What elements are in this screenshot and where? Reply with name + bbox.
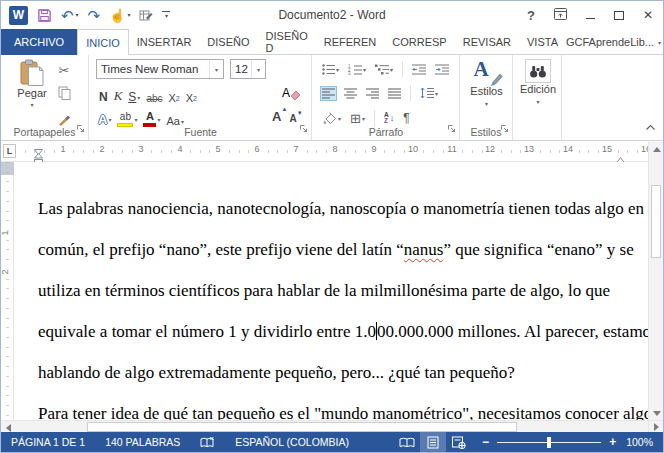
vertical-ruler[interactable]: 1 2 [1,162,14,420]
vertical-scrollbar[interactable] [648,142,663,420]
justify-button[interactable] [386,86,403,101]
maximize-button[interactable] [614,11,624,20]
font-color-button[interactable]: A ▾ [143,111,160,127]
zoom-in-button[interactable]: + [609,435,616,449]
print-layout-button[interactable] [420,432,446,452]
chevron-down-icon[interactable]: ▾ [134,116,137,123]
arrow-down-icon: ↓ [390,113,395,123]
ribbon-tab-row: ARCHIVO INICIO INSERTAR DISEÑO DISEÑO D … [1,29,663,55]
chevron-down-icon[interactable]: ▾ [390,66,393,73]
chevron-down-icon[interactable]: ▾ [435,90,438,97]
chevron-down-icon[interactable]: ▾ [336,66,339,73]
tab-correspondencia[interactable]: CORRESP [384,29,454,55]
scroll-down-button[interactable] [649,406,664,420]
chevron-down-icon[interactable]: ▾ [209,60,223,78]
dialog-launcher-fuente[interactable] [299,119,308,137]
window-controls: ? ✕ [527,1,653,29]
superscript-button[interactable]: X2 [186,92,197,104]
ribbon: Pegar ▾ ✂ Portapapeles [1,55,663,141]
tab-revisar[interactable]: REVISAR [455,29,519,55]
grow-font-button[interactable]: A▲ [272,109,281,124]
zoom-slider-thumb[interactable] [547,437,551,448]
chevron-down-icon[interactable]: ▾ [362,115,365,122]
shading-button[interactable]: ▾ [320,110,343,127]
undo-dropdown-icon[interactable]: ▾ [76,12,79,18]
tab-archivo[interactable]: ARCHIVO [1,29,77,55]
undo-button[interactable]: ↶▾ [61,8,79,23]
tab-diseno-d[interactable]: DISEÑO D [258,29,316,55]
chevron-down-icon[interactable]: ▾ [181,118,184,125]
shrink-font-button[interactable]: A▼ [289,113,296,124]
highlight-button[interactable]: ab ▾ [117,112,137,127]
chevron-down-icon[interactable]: ▾ [251,60,265,78]
ruler-strip[interactable]: 1 2 3 4 5 6 7 8 9 10 11 12 13 14 15 16 [15,141,649,162]
strikethrough-button[interactable]: abc [146,93,162,104]
editing-button[interactable]: Edición ▾ [516,59,560,121]
font-name-combo[interactable]: Times New Roman ▾ [96,59,224,79]
minimize-button[interactable] [586,18,595,19]
horizontal-ruler[interactable]: L 1 2 3 4 5 6 7 8 9 10 11 12 13 14 15 16 [1,141,663,162]
text-effects-button[interactable]: A [98,112,107,127]
increase-indent-button[interactable] [433,62,451,77]
align-center-icon [344,88,357,99]
redo-button[interactable]: ↷ [88,8,101,23]
increase-indent-icon [435,64,449,75]
scroll-up-button[interactable] [649,142,664,156]
help-button[interactable]: ? [527,8,535,23]
line-spacing-button[interactable]: ▾ [418,85,440,101]
ribbon-display-options-button[interactable] [554,6,567,24]
tab-insertar[interactable]: INSERTAR [129,29,200,55]
zoom-out-button[interactable]: − [482,435,489,449]
collapse-ribbon-button[interactable] [645,117,656,135]
page-indicator[interactable]: PÁGINA 1 DE 1 [1,432,95,452]
chevron-down-icon[interactable]: ▾ [338,115,341,122]
horizontal-scrollbar-thumb[interactable] [87,422,517,432]
svg-text:3: 3 [348,71,351,75]
paste-button[interactable]: Pegar ▾ [9,59,55,125]
styles-button[interactable]: A Estilos ▾ [464,59,509,121]
tab-diseno[interactable]: DISEÑO [199,29,257,55]
sort-button[interactable]: A Z ↓ [382,110,396,127]
chevron-down-icon[interactable]: ▾ [363,66,366,73]
font-size-combo[interactable]: 12 ▾ [230,59,266,79]
account-menu[interactable]: GCFAprendeLib... ▾ [566,29,661,55]
decrease-indent-button[interactable] [410,62,428,77]
tab-referencias[interactable]: REFEREN [316,29,385,55]
bullets-button[interactable]: ▾ [320,62,341,77]
proofing-status-button[interactable] [190,432,225,452]
chevron-down-icon[interactable]: ▾ [157,116,160,123]
align-right-button[interactable] [364,86,381,101]
dialog-launcher-parrafo[interactable] [447,119,456,137]
cut-button[interactable]: ✂ [59,63,70,78]
zoom-slider[interactable] [497,437,601,448]
align-left-button[interactable] [320,86,337,101]
underline-button[interactable]: S [128,90,136,104]
subscript-button[interactable]: X2 [169,92,180,104]
bold-button[interactable]: N [99,90,108,104]
vertical-scrollbar-thumb[interactable] [651,185,661,258]
close-button[interactable]: ✕ [643,8,653,22]
align-center-button[interactable] [342,86,359,101]
language-indicator[interactable]: ESPAÑOL (COLOMBIA) [225,432,359,452]
tab-inicio[interactable]: INICIO [77,29,129,55]
multilevel-list-button[interactable]: ▾ [373,62,395,77]
zoom-level[interactable]: 100% [626,436,663,448]
chevron-down-icon[interactable]: ▾ [108,116,111,123]
numbering-button[interactable]: 123 ▾ [346,62,368,77]
save-button[interactable] [37,8,52,23]
show-paragraph-marks-button[interactable]: ¶ [401,109,411,127]
font-size-value: 12 [235,63,248,75]
copy-button[interactable] [58,86,71,104]
borders-button[interactable]: ⊞ ▾ [348,110,367,127]
italic-button[interactable]: K [114,88,123,104]
text-line: común, el prefijo “nano”, este prefijo v… [38,229,624,270]
read-mode-button[interactable] [394,432,420,452]
dialog-launcher-portapapeles[interactable] [76,119,85,137]
tab-vista[interactable]: VISTA [519,29,566,55]
clear-formatting-button[interactable]: A [282,86,302,100]
word-count[interactable]: 140 PALABRAS [95,432,190,452]
chevron-down-icon[interactable]: ▾ [137,94,140,101]
document-page[interactable]: Las palabras nanociencia, nanotecnología… [14,162,650,420]
web-layout-button[interactable] [446,432,472,452]
dialog-launcher-estilos[interactable] [500,119,509,137]
